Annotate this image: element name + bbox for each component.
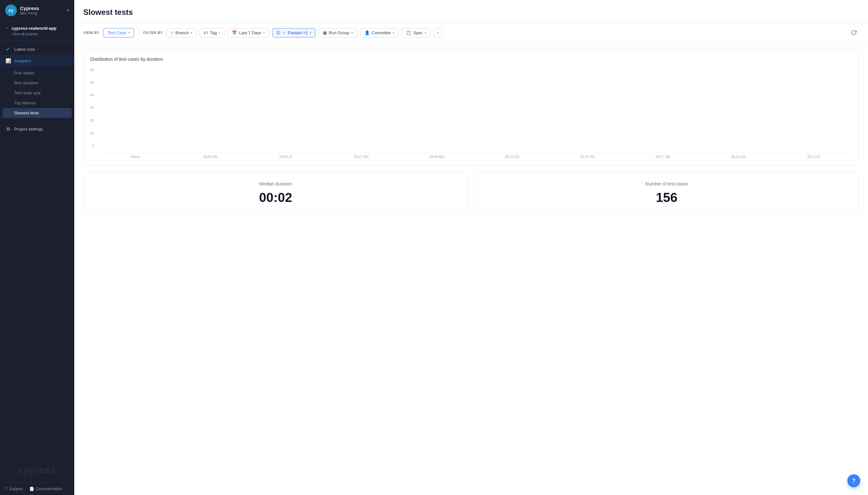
support-link[interactable]: ? Support — [5, 487, 23, 491]
documentation-icon: 📄 — [29, 487, 34, 491]
more-filters-btn[interactable]: › — [434, 28, 442, 37]
documentation-label: Documentation — [36, 487, 62, 491]
filter-separator — [139, 29, 139, 36]
y-label: 20 — [90, 119, 94, 122]
sidebar-item-latest-runs[interactable]: ✓ Latest runs — [0, 43, 74, 55]
analytics-icon: 📊 — [5, 58, 11, 63]
x-labels: 148ms00:02.58200:05.1600:07.45000:09.884… — [96, 155, 852, 159]
x-label: 00:02.582 — [173, 155, 248, 159]
branch-label: Branch — [175, 30, 189, 35]
branch-filter-btn[interactable]: ⑂ Branch ▾ — [166, 28, 196, 37]
x-label: 00:05.16 — [249, 155, 323, 159]
project-name: cypress-realworld-app — [12, 26, 56, 31]
filter-bar: VIEW BY Test Case ▾ FILTER BY ⑂ Branch ▾… — [74, 22, 868, 43]
spec-label: Spec — [413, 30, 423, 35]
tag-label: Tag — [210, 30, 217, 35]
chevron-down-icon: ▾ — [393, 31, 394, 35]
view-all-projects-link[interactable]: View all projects — [12, 32, 69, 36]
user-name: Ben Hong — [20, 11, 64, 16]
sub-nav: Run status Run duration Test suite size … — [0, 67, 74, 119]
project-name-row: ✓ cypress-realworld-app — [5, 25, 69, 31]
nav-section: ✓ Latest runs 📊 Analytics Run status Run… — [0, 41, 74, 482]
chevron-down-icon: ▾ — [351, 31, 353, 35]
run-group-filter-btn[interactable]: ▦ Run Group ▾ — [319, 28, 357, 37]
y-label: 40 — [90, 93, 94, 97]
cy-logo: cy — [5, 4, 17, 16]
count-label: Number of test cases — [645, 181, 688, 186]
documentation-link[interactable]: 📄 Documentation — [29, 487, 62, 491]
help-icon: ? — [852, 478, 856, 484]
run-group-label: Run Group — [329, 30, 349, 35]
committer-icon: 👤 — [365, 30, 370, 35]
median-label: Median duration — [259, 181, 291, 186]
passed-icon: ☑ — [277, 30, 280, 35]
y-label: 50 — [90, 81, 94, 84]
latest-runs-icon: ✓ — [5, 47, 11, 52]
test-case-filter-btn[interactable]: Test Case ▾ — [103, 28, 134, 37]
sidebar-item-slowest-tests[interactable]: Slowest tests — [3, 108, 72, 118]
test-cases-count-card: Number of test cases 156 — [474, 172, 859, 214]
sidebar-item-label: Latest runs — [14, 47, 35, 52]
check-icon: ✓ — [282, 30, 286, 35]
committer-label: Committer — [372, 30, 391, 35]
project-section: ✓ cypress-realworld-app View all project… — [0, 21, 74, 41]
sidebar-item-test-suite-size[interactable]: Test suite size — [0, 88, 74, 98]
sidebar-item-label: Analytics — [14, 58, 31, 63]
median-value: 00:02 — [259, 190, 292, 205]
sidebar-item-top-failures[interactable]: Top failures — [0, 98, 74, 108]
y-label: 30 — [90, 106, 94, 109]
calendar-icon: 📅 — [232, 30, 237, 35]
x-label: 148ms — [98, 155, 172, 159]
view-by-label: VIEW BY — [83, 31, 100, 35]
help-button[interactable]: ? — [847, 474, 860, 487]
tag-icon: 🏷 — [204, 30, 208, 35]
y-axis: 6050403020100 — [90, 68, 94, 149]
branch-icon: ⑂ — [171, 30, 173, 35]
x-label: 00:12.318 — [475, 155, 549, 159]
refresh-icon — [851, 30, 857, 36]
app-name: Cypress — [20, 5, 64, 11]
median-duration-card: Median duration 00:02 — [83, 172, 468, 214]
chevron-down-icon: ▾ — [425, 31, 426, 35]
x-label: 00:09.884 — [400, 155, 474, 159]
tag-filter-btn[interactable]: 🏷 Tag ▾ — [199, 28, 225, 37]
chevron-down-icon: ▾ — [219, 31, 220, 35]
count-value: 156 — [656, 190, 677, 205]
run-group-icon: ▦ — [323, 30, 327, 35]
chart-container: 6050403020100 148ms00:02.58200:05.1600:0… — [90, 68, 852, 159]
sidebar-item-run-status[interactable]: Run status — [0, 68, 74, 78]
dropdown-icon[interactable]: ▾ — [67, 8, 69, 13]
last-7-days-filter-btn[interactable]: 📅 Last 7 Days ▾ — [228, 28, 269, 37]
main-content: Slowest tests VIEW BY Test Case ▾ FILTER… — [74, 0, 868, 495]
sidebar: cy Cypress Ben Hong ▾ ✓ cypress-realworl… — [0, 0, 74, 495]
sidebar-header: cy Cypress Ben Hong ▾ — [0, 0, 74, 21]
sidebar-item-label: Project settings — [14, 127, 43, 132]
sidebar-header-text: Cypress Ben Hong — [20, 5, 64, 16]
support-icon: ? — [5, 487, 7, 491]
page-header: Slowest tests — [74, 0, 868, 22]
chart-title: Distribution of test cases by duration — [90, 56, 852, 62]
sidebar-bottom: ? Support 📄 Documentation — [0, 482, 74, 495]
x-label: 00:19.620 — [702, 155, 776, 159]
support-label: Support — [10, 487, 23, 491]
sidebar-item-run-duration[interactable]: Run duration — [0, 78, 74, 88]
project-check-icon: ✓ — [5, 25, 9, 31]
x-label: 00:17.186 — [626, 155, 700, 159]
page-title: Slowest tests — [83, 8, 859, 17]
chevron-down-icon: ▾ — [128, 31, 130, 35]
x-label: 00:14.752 — [551, 155, 625, 159]
sidebar-item-analytics[interactable]: 📊 Analytics — [0, 55, 74, 67]
test-case-label: Test Case — [108, 30, 126, 35]
sidebar-item-project-settings[interactable]: ⚙ Project settings — [0, 123, 74, 135]
committer-filter-btn[interactable]: 👤 Committer ▾ — [360, 28, 399, 37]
more-icon: › — [437, 30, 439, 35]
y-label: 0 — [90, 144, 94, 148]
y-label: 60 — [90, 68, 94, 72]
passed-filter-btn[interactable]: ☑ ✓ Passed +1 ▾ — [272, 28, 316, 37]
chart-section: Distribution of test cases by duration 6… — [83, 50, 859, 166]
chevron-down-icon: ▾ — [263, 31, 265, 35]
y-label: 10 — [90, 132, 94, 135]
x-label: 00:22.54 — [777, 155, 851, 159]
spec-filter-btn[interactable]: 📋 Spec ▾ — [402, 28, 430, 37]
refresh-btn[interactable] — [849, 28, 859, 38]
